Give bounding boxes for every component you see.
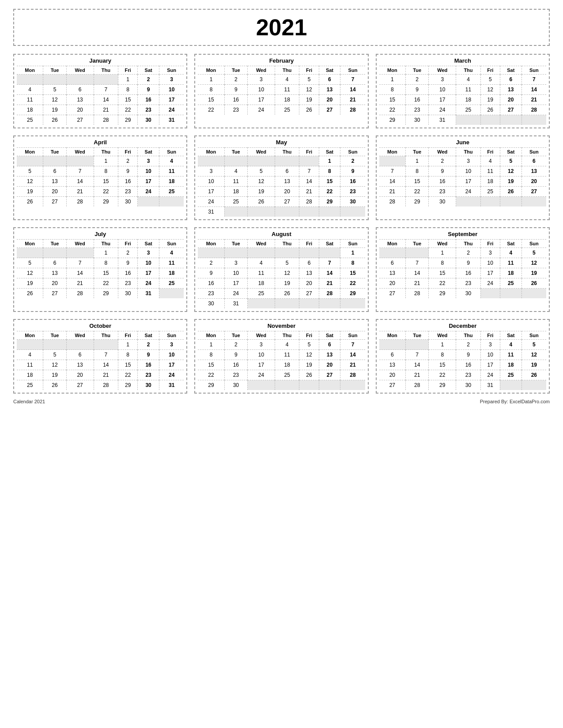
- day-cell: 27: [43, 289, 66, 299]
- day-cell: 9: [224, 350, 247, 360]
- day-cell: 19: [500, 176, 521, 187]
- day-cell: 26: [480, 105, 500, 115]
- day-cell: [456, 115, 481, 125]
- header-tue: Tue: [224, 240, 247, 248]
- header-fri: Fri: [299, 331, 319, 340]
- day-cell: 30: [138, 380, 159, 390]
- day-cell: 17: [456, 176, 481, 187]
- day-cell: 17: [138, 176, 159, 187]
- day-cell: 13: [66, 95, 94, 105]
- day-cell: 7: [521, 75, 546, 85]
- day-cell: 24: [159, 370, 184, 380]
- header-tue: Tue: [43, 66, 66, 75]
- day-cell: [224, 207, 247, 217]
- day-cell: 29: [429, 380, 456, 390]
- day-cell: 9: [118, 166, 138, 176]
- header-wed: Wed: [248, 331, 275, 340]
- day-cell: [94, 75, 118, 85]
- day-cell: 27: [379, 380, 406, 390]
- day-cell: [456, 197, 481, 207]
- day-cell: 25: [275, 370, 299, 380]
- header-sun: Sun: [340, 66, 365, 75]
- day-cell: 17: [480, 360, 500, 370]
- header-sun: Sun: [340, 148, 365, 156]
- day-cell: 21: [405, 370, 428, 380]
- day-cell: 22: [429, 278, 456, 289]
- day-cell: 21: [319, 278, 340, 289]
- day-cell: 21: [405, 278, 428, 289]
- day-cell: 16: [405, 95, 428, 105]
- day-cell: 1: [405, 156, 428, 166]
- day-cell: [500, 115, 521, 125]
- header-fri: Fri: [118, 240, 138, 248]
- header-sat: Sat: [500, 331, 521, 340]
- day-cell: 28: [299, 197, 319, 207]
- header-sat: Sat: [500, 240, 521, 248]
- header-sat: Sat: [319, 240, 340, 248]
- header-thu: Thu: [275, 148, 299, 156]
- day-cell: 18: [275, 95, 299, 105]
- day-cell: 1: [94, 248, 118, 258]
- day-cell: 23: [456, 370, 481, 380]
- day-cell: 15: [429, 360, 456, 370]
- day-cell: 4: [275, 75, 299, 85]
- day-cell: 4: [159, 156, 184, 166]
- day-cell: 31: [224, 299, 247, 309]
- day-cell: 26: [299, 105, 319, 115]
- day-cell: 22: [118, 105, 138, 115]
- header-sat: Sat: [500, 66, 521, 75]
- day-cell: 20: [379, 370, 406, 380]
- day-cell: 24: [248, 105, 275, 115]
- day-cell: 14: [379, 176, 406, 187]
- header-wed: Wed: [66, 66, 94, 75]
- day-cell: [521, 289, 546, 299]
- day-cell: 8: [94, 258, 118, 268]
- day-cell: [500, 380, 521, 390]
- header-sun: Sun: [159, 331, 184, 340]
- day-cell: 14: [94, 95, 118, 105]
- day-cell: 20: [500, 95, 521, 105]
- day-cell: 20: [299, 278, 319, 289]
- day-cell: 23: [118, 187, 138, 197]
- day-cell: [500, 197, 521, 207]
- day-cell: 23: [405, 105, 428, 115]
- day-cell: [275, 248, 299, 258]
- month-table-january: MonTueWedThuFriSatSun1234567891011121314…: [17, 66, 184, 125]
- day-cell: 18: [456, 95, 481, 105]
- day-cell: [521, 197, 546, 207]
- day-cell: 3: [456, 156, 481, 166]
- header-fri: Fri: [480, 331, 500, 340]
- day-cell: 15: [94, 176, 118, 187]
- day-cell: 7: [66, 166, 94, 176]
- day-cell: 3: [224, 258, 247, 268]
- day-cell: 21: [66, 187, 94, 197]
- month-february: FebruaryMonTueWedThuFriSatSun12345678910…: [194, 54, 368, 128]
- day-cell: 6: [275, 166, 299, 176]
- day-cell: 15: [198, 95, 224, 105]
- day-cell: 25: [248, 289, 275, 299]
- month-title-december: December: [379, 323, 546, 329]
- day-cell: 28: [94, 380, 118, 390]
- day-cell: 3: [429, 75, 456, 85]
- month-table-march: MonTueWedThuFriSatSun1234567891011121314…: [379, 66, 546, 125]
- calendar-grid: JanuaryMonTueWedThuFriSatSun123456789101…: [13, 54, 550, 394]
- day-cell: 3: [248, 340, 275, 350]
- day-cell: 8: [118, 85, 138, 95]
- header-tue: Tue: [405, 148, 428, 156]
- day-cell: 24: [480, 370, 500, 380]
- day-cell: 15: [94, 268, 118, 278]
- day-cell: 5: [299, 340, 319, 350]
- day-cell: 10: [159, 85, 184, 95]
- day-cell: 25: [224, 197, 247, 207]
- day-cell: 13: [299, 268, 319, 278]
- day-cell: 22: [198, 370, 224, 380]
- day-cell: 26: [43, 115, 66, 125]
- day-cell: 22: [340, 278, 365, 289]
- day-cell: 1: [429, 248, 456, 258]
- day-cell: 28: [405, 380, 428, 390]
- day-cell: [275, 299, 299, 309]
- header-mon: Mon: [17, 240, 43, 248]
- day-cell: [17, 156, 43, 166]
- day-cell: 23: [224, 105, 247, 115]
- day-cell: 29: [429, 289, 456, 299]
